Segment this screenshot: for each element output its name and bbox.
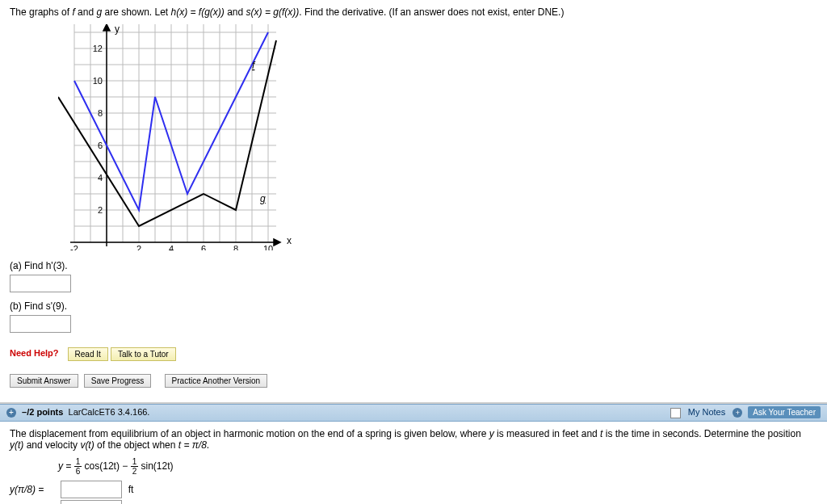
question-2-header: + –/2 points LarCalcET6 3.4.166. My Note… [0, 404, 827, 422]
svg-text:6: 6 [98, 141, 103, 150]
svg-text:4: 4 [98, 173, 103, 183]
y-row: y(π/8) = ft [10, 481, 817, 498]
text: The displacement from equilibrium of an … [10, 428, 489, 439]
practice-another-button[interactable]: Practice Another Version [165, 374, 268, 388]
graph-svg: -2 2 4 6 8 10 2 4 6 8 10 12 y x f [58, 24, 300, 250]
x-axis-label: x [287, 235, 292, 246]
ref: LarCalcET6 3.4.166. [69, 407, 150, 417]
points: –/2 points [22, 407, 63, 417]
svg-text:2: 2 [98, 205, 103, 215]
y-label: y(π/8) = [10, 484, 58, 495]
my-notes-link[interactable]: My Notes [688, 407, 725, 417]
talk-tutor-button[interactable]: Talk to a Tutor [111, 347, 176, 361]
equation: y = 16 cos(12t) − 12 sin(12t) [58, 457, 817, 476]
hx-def: h(x) = f(g(x)) [171, 6, 225, 18]
svg-marker-30 [274, 239, 280, 246]
submit-answer-button[interactable]: Submit Answer [10, 374, 78, 388]
text: The graphs of [10, 6, 72, 18]
read-it-button[interactable]: Read It [68, 347, 108, 361]
part-b-input[interactable] [10, 315, 71, 333]
eq-cos: cos(12t) − [85, 460, 131, 471]
question-2: The displacement from equilibrium of an … [0, 422, 827, 504]
svg-text:12: 12 [93, 44, 103, 53]
q2-prompt: The displacement from equilibrium of an … [10, 428, 817, 451]
svg-text:-2: -2 [70, 244, 78, 250]
y-axis-label: y [115, 24, 120, 35]
text: of the object when [94, 439, 178, 451]
y-input[interactable] [61, 481, 122, 498]
vt-sym: v(t) [80, 439, 94, 451]
eq-sin: sin(12t) [141, 460, 174, 471]
text: . [207, 439, 209, 451]
f-label: f [252, 60, 256, 71]
text: are shown. Let [102, 6, 170, 18]
question-1: The graphs of f and g are shown. Let h(x… [0, 0, 827, 394]
help-row-1: Need Help? Read It Talk to a Tutor [10, 347, 817, 361]
action-row: Submit Answer Save Progress Practice Ano… [10, 374, 817, 388]
yt-sym: y(t) [10, 439, 23, 451]
sx-def: s(x) = g(f(x)) [246, 6, 300, 18]
svg-text:4: 4 [169, 244, 174, 250]
text: and velocity [23, 439, 80, 451]
svg-text:10: 10 [263, 244, 273, 250]
text: is the time in seconds. Determine the po… [602, 428, 800, 439]
q1-prompt: The graphs of f and g are shown. Let h(x… [10, 6, 817, 18]
svg-text:10: 10 [93, 76, 103, 86]
need-help-label: Need Help? [10, 348, 59, 358]
v-row: v(π/8) = ft/sec [10, 500, 817, 504]
header-right: My Notes + Ask Your Teacher [670, 407, 821, 418]
text: . Find the derivative. (If an answer doe… [299, 6, 564, 18]
frac-1-2: 12 [131, 457, 139, 476]
v-input[interactable] [61, 500, 122, 504]
plus-icon: + [733, 408, 742, 418]
text: and [225, 6, 246, 18]
toggle-icon[interactable]: + [6, 408, 16, 418]
part-b-label: (b) Find s'(9). [10, 300, 817, 312]
svg-text:2: 2 [136, 244, 141, 250]
text: and [75, 6, 97, 18]
save-progress-button[interactable]: Save Progress [84, 374, 152, 388]
graph-container: -2 2 4 6 8 10 2 4 6 8 10 12 y x f [10, 24, 817, 250]
text: is measured in feet and [494, 428, 600, 439]
eq-left: y = [58, 460, 74, 471]
svg-text:8: 8 [98, 108, 103, 118]
frac-1-6: 16 [74, 457, 82, 476]
g-label: g [260, 193, 266, 204]
y-unit: ft [128, 484, 134, 495]
notes-icon [670, 408, 681, 418]
part-a-input[interactable] [10, 275, 71, 292]
svg-marker-29 [103, 24, 110, 31]
svg-text:8: 8 [233, 244, 238, 250]
ask-teacher-link[interactable]: Ask Your Teacher [748, 406, 821, 418]
svg-text:6: 6 [201, 244, 206, 250]
tval: t = π/8 [178, 439, 207, 451]
part-a-label: (a) Find h'(3). [10, 260, 817, 271]
header-left: + –/2 points LarCalcET6 3.4.166. [6, 407, 149, 418]
